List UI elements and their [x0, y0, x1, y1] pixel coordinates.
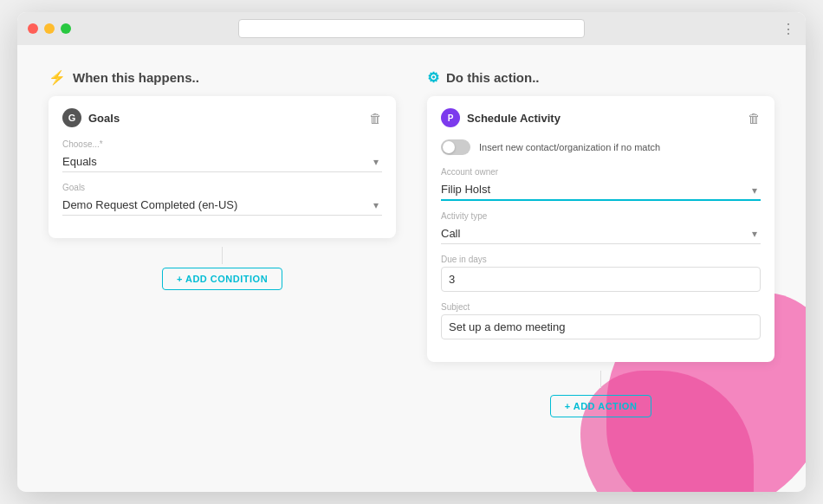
left-connector-line — [222, 247, 223, 264]
left-column: ⚡ When this happens.. G Goals 🗑 Choose..… — [49, 69, 396, 417]
browser-window: ⋮ ⚡ When this happens.. G Goals — [17, 12, 806, 492]
schedule-card-title-group: P Schedule Activity — [441, 108, 561, 127]
schedule-card-icon: P — [441, 108, 460, 127]
goals-field-group: Goals Demo Request Completed (en-US) ▾ — [62, 183, 382, 216]
right-section-title: Do this action.. — [446, 70, 540, 85]
goals-card-delete-button[interactable]: 🗑 — [369, 112, 382, 125]
left-section-header: ⚡ When this happens.. — [49, 69, 396, 86]
schedule-card-header: P Schedule Activity 🗑 — [441, 108, 761, 127]
content-area: ⚡ When this happens.. G Goals 🗑 Choose..… — [17, 45, 806, 492]
activity-type-select[interactable]: Call — [441, 223, 761, 244]
toggle-row: Insert new contact/organization if no ma… — [441, 139, 761, 155]
due-in-days-field-group: Due in days — [441, 255, 761, 292]
add-action-wrapper: + ADD ACTION — [427, 395, 774, 417]
goals-card: G Goals 🗑 Choose...* Equals ▾ — [49, 96, 396, 238]
add-action-button[interactable]: + ADD ACTION — [550, 395, 652, 417]
schedule-activity-card: P Schedule Activity 🗑 Insert new contact… — [427, 96, 774, 362]
subject-label: Subject — [441, 302, 761, 312]
activity-type-field-group: Activity type Call ▾ — [441, 211, 761, 244]
subject-field-group: Subject — [441, 302, 761, 339]
goals-select-wrapper: Demo Request Completed (en-US) ▾ — [62, 195, 382, 216]
schedule-card-title: Schedule Activity — [467, 112, 561, 125]
traffic-light-green[interactable] — [61, 23, 71, 34]
insert-contact-toggle[interactable] — [441, 139, 470, 155]
choose-label: Choose...* — [62, 139, 382, 149]
due-in-days-label: Due in days — [441, 255, 761, 264]
goals-card-title: Goals — [88, 112, 120, 125]
activity-type-select-wrapper: Call ▾ — [441, 223, 761, 244]
left-connector — [49, 247, 396, 264]
account-owner-select-wrapper: Filip Holst ▾ — [441, 179, 761, 201]
activity-type-label: Activity type — [441, 211, 761, 221]
traffic-light-yellow[interactable] — [44, 23, 55, 34]
choose-field-group: Choose...* Equals ▾ — [62, 139, 382, 172]
toggle-knob — [443, 141, 455, 153]
subject-input[interactable] — [441, 314, 761, 339]
account-owner-select[interactable]: Filip Holst — [441, 179, 761, 201]
schedule-card-delete-button[interactable]: 🗑 — [748, 112, 761, 125]
gear-icon: ⚙ — [427, 69, 439, 86]
traffic-light-red[interactable] — [28, 23, 38, 34]
choose-select[interactable]: Equals — [62, 152, 382, 172]
goals-card-title-group: G Goals — [62, 108, 120, 127]
due-in-days-input[interactable] — [441, 267, 761, 292]
add-condition-wrapper: + ADD CONDITION — [49, 268, 396, 290]
goals-card-icon: G — [62, 108, 81, 127]
goals-label: Goals — [62, 183, 382, 192]
right-connector — [427, 371, 774, 388]
right-column: ⚙ Do this action.. P Schedule Activity 🗑 — [427, 69, 774, 417]
goals-card-header: G Goals 🗑 — [62, 108, 382, 127]
url-bar — [238, 19, 585, 38]
browser-menu-icon[interactable]: ⋮ — [781, 21, 795, 37]
browser-titlebar: ⋮ — [17, 12, 806, 45]
add-condition-button[interactable]: + ADD CONDITION — [162, 268, 282, 290]
goals-select[interactable]: Demo Request Completed (en-US) — [62, 195, 382, 216]
main-columns: ⚡ When this happens.. G Goals 🗑 Choose..… — [49, 69, 774, 417]
toggle-label: Insert new contact/organization if no ma… — [479, 142, 660, 152]
lightning-icon: ⚡ — [49, 69, 66, 86]
account-owner-field-group: Account owner Filip Holst ▾ — [441, 167, 761, 201]
left-section-title: When this happens.. — [73, 70, 199, 85]
choose-select-wrapper: Equals ▾ — [62, 152, 382, 172]
account-owner-label: Account owner — [441, 167, 761, 177]
right-connector-line — [600, 371, 601, 388]
right-section-header: ⚙ Do this action.. — [427, 69, 774, 86]
